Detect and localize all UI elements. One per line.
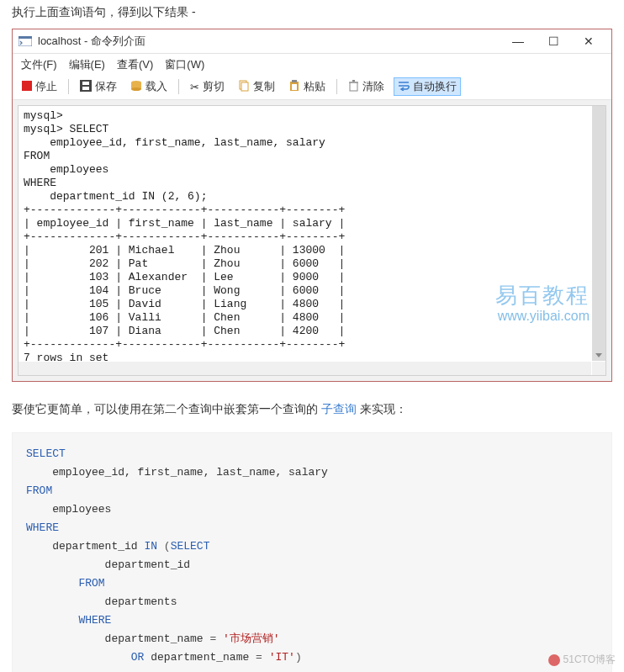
stop-label: 停止 [35, 79, 57, 94]
svg-rect-14 [350, 82, 357, 91]
close-button[interactable]: ✕ [571, 34, 606, 48]
save-button[interactable]: 保存 [76, 77, 121, 96]
svg-point-8 [131, 87, 141, 91]
menu-edit[interactable]: 编辑(E) [69, 57, 105, 72]
toolbar: 停止 保存 载入 ✂ 剪切 复制 粘贴 清除 自动 [13, 76, 611, 100]
toolbar-separator [178, 79, 179, 94]
save-label: 保存 [95, 79, 117, 94]
sub-cond1-col: department_name [26, 632, 209, 645]
kw-where: WHERE [26, 521, 59, 534]
clear-label: 清除 [362, 79, 384, 94]
para2-before: 要使它更简单，可以使用在第二个查询中嵌套第一个查询的 [12, 402, 321, 415]
menubar: 文件(F) 编辑(E) 查看(V) 窗口(W) [13, 54, 611, 76]
load-label: 载入 [145, 79, 167, 94]
paren-close: ) [295, 651, 302, 664]
console-output[interactable]: mysql> mysql> SELECT employee_id, first_… [18, 105, 606, 376]
kw-select2: SELECT [171, 540, 217, 553]
sql-cols: employee_id, first_name, last_name, sala… [26, 466, 328, 479]
menu-window[interactable]: 窗口(W) [165, 57, 204, 72]
sub-cond2-col: department_name [144, 651, 256, 664]
paren-open: ( [157, 540, 171, 553]
toolbar-separator [68, 79, 69, 94]
app-window: localhost - 命令列介面 — ☐ ✕ 文件(F) 编辑(E) 查看(V… [12, 29, 612, 382]
minimize-button[interactable]: — [500, 34, 536, 48]
stop-button[interactable]: 停止 [18, 77, 61, 96]
sql-code-block: SELECT employee_id, first_name, last_nam… [12, 432, 612, 672]
kw-from: FROM [26, 484, 52, 497]
resize-grip[interactable] [592, 362, 605, 375]
paste-label: 粘贴 [304, 79, 325, 94]
svg-rect-12 [292, 80, 297, 82]
para2-after: 来实现： [357, 402, 407, 415]
menu-view[interactable]: 查看(V) [117, 57, 153, 72]
sql-table: employees [26, 503, 111, 516]
sql-where-col: department_id [26, 540, 144, 553]
subquery-link[interactable]: 子查询 [321, 402, 357, 415]
cut-button[interactable]: ✂ 剪切 [186, 77, 229, 96]
vertical-scrollbar[interactable] [592, 106, 605, 361]
clear-button[interactable]: 清除 [344, 77, 389, 96]
kw-in: IN [144, 540, 157, 553]
paste-icon [288, 80, 300, 94]
svg-rect-1 [19, 36, 32, 39]
wrap-button[interactable]: 自动换行 [394, 77, 461, 96]
toolbar-separator [336, 79, 337, 94]
clear-icon [348, 80, 359, 94]
kw-select: SELECT [26, 447, 66, 460]
terminal-icon [18, 35, 33, 47]
console-container: mysql> mysql> SELECT employee_id, first_… [13, 100, 611, 381]
load-button[interactable]: 载入 [126, 77, 172, 96]
sub-col: department_id [26, 558, 190, 571]
kw-where2: WHERE [26, 614, 111, 627]
kw-from2: FROM [26, 577, 105, 590]
svg-rect-5 [82, 87, 89, 90]
sub-table: departments [26, 595, 177, 608]
eq2: = [256, 651, 262, 664]
svg-rect-4 [82, 82, 89, 85]
save-icon [80, 80, 92, 94]
svg-rect-13 [292, 84, 297, 90]
wrap-label: 自动换行 [413, 79, 457, 94]
cut-label: 剪切 [203, 79, 225, 94]
window-title: localhost - 命令列介面 [38, 34, 500, 49]
copy-icon [238, 80, 250, 94]
load-icon [130, 80, 142, 94]
kw-or: OR [26, 651, 144, 664]
svg-rect-2 [22, 81, 32, 91]
paste-button[interactable]: 粘贴 [284, 77, 330, 96]
cut-icon: ✂ [190, 81, 199, 93]
intro-text: 执行上面查询语句，得到以下结果 - [0, 0, 624, 29]
copy-label: 复制 [253, 79, 275, 94]
str-it: 'IT' [262, 651, 295, 664]
menu-file[interactable]: 文件(F) [21, 57, 57, 72]
copy-button[interactable]: 复制 [234, 77, 279, 96]
svg-rect-10 [241, 82, 248, 91]
wrap-icon [398, 81, 410, 93]
maximize-button[interactable]: ☐ [536, 34, 571, 48]
titlebar: localhost - 命令列介面 — ☐ ✕ [13, 29, 611, 54]
explanation-text: 要使它更简单，可以使用在第二个查询中嵌套第一个查询的 子查询 来实现： [0, 397, 624, 422]
stop-icon [22, 81, 32, 93]
horizontal-scrollbar[interactable] [19, 362, 591, 375]
str-marketing: '市场营销' [216, 632, 279, 645]
